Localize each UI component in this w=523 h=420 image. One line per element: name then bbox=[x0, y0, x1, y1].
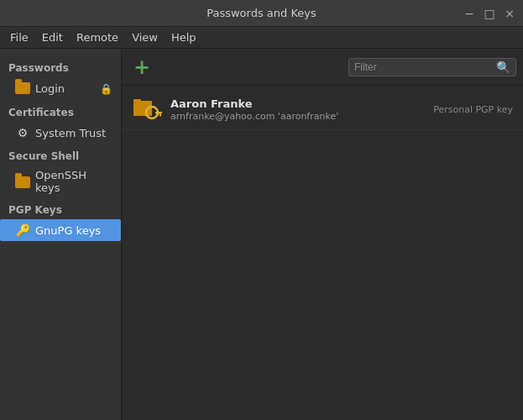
sidebar-item-login[interactable]: Login 🔒 bbox=[0, 77, 121, 100]
key-type: Personal PGP key bbox=[433, 104, 513, 115]
main-layout: Passwords Login 🔒 Certificates ⚙ System … bbox=[0, 49, 523, 420]
lock-icon: 🔒 bbox=[100, 83, 112, 95]
sidebar-section-secure-shell: Secure Shell bbox=[0, 144, 121, 165]
menu-file[interactable]: File bbox=[3, 29, 35, 45]
filter-input[interactable] bbox=[354, 61, 493, 73]
key-list: Aaron Franke arnfranke@yahoo.com 'aaronf… bbox=[122, 86, 523, 420]
sidebar-item-label: System Trust bbox=[35, 127, 106, 139]
pgp-key-icon bbox=[132, 94, 162, 124]
sidebar-item-openssh[interactable]: OpenSSH keys bbox=[0, 165, 121, 197]
sidebar-item-label: Login bbox=[35, 82, 100, 95]
folder-icon bbox=[15, 174, 30, 189]
window-title: Passwords and Keys bbox=[207, 7, 316, 19]
minimize-button[interactable]: − bbox=[463, 7, 476, 20]
folder-icon bbox=[15, 81, 30, 97]
menu-edit[interactable]: Edit bbox=[35, 29, 70, 45]
menu-view[interactable]: View bbox=[125, 29, 165, 45]
restore-button[interactable]: □ bbox=[483, 7, 496, 20]
titlebar: Passwords and Keys − □ × bbox=[0, 0, 523, 27]
sidebar-item-system-trust[interactable]: ⚙ System Trust bbox=[0, 122, 121, 144]
toolbar: + 🔍 bbox=[122, 49, 523, 86]
svg-rect-1 bbox=[133, 99, 141, 102]
key-icon: 🔑 bbox=[15, 223, 30, 238]
menubar: File Edit Remote View Help bbox=[0, 27, 523, 49]
key-info: Aaron Franke arnfranke@yahoo.com 'aaronf… bbox=[170, 97, 425, 122]
key-name: Aaron Franke bbox=[170, 97, 425, 110]
sidebar-section-certificates: Certificates bbox=[0, 100, 121, 122]
filter-bar: 🔍 bbox=[348, 58, 516, 76]
sidebar-section-passwords: Passwords bbox=[0, 55, 121, 77]
sidebar: Passwords Login 🔒 Certificates ⚙ System … bbox=[0, 49, 122, 420]
menu-help[interactable]: Help bbox=[165, 29, 203, 45]
svg-rect-4 bbox=[160, 114, 161, 117]
add-button[interactable]: + bbox=[128, 54, 155, 81]
sidebar-section-pgp-keys: PGP Keys bbox=[0, 197, 121, 219]
key-email: arnfranke@yahoo.com 'aaronfranke' bbox=[170, 111, 425, 122]
sidebar-item-gnupg[interactable]: 🔑 GnuPG keys bbox=[0, 219, 121, 241]
gear-icon: ⚙ bbox=[15, 125, 30, 140]
svg-rect-5 bbox=[157, 114, 159, 116]
sidebar-item-label: GnuPG keys bbox=[35, 224, 101, 237]
titlebar-controls: − □ × bbox=[463, 7, 516, 20]
content-area: + 🔍 bbox=[122, 49, 523, 420]
table-row[interactable]: Aaron Franke arnfranke@yahoo.com 'aaronf… bbox=[122, 89, 523, 130]
svg-rect-3 bbox=[155, 112, 162, 114]
close-button[interactable]: × bbox=[503, 7, 516, 20]
search-icon: 🔍 bbox=[496, 60, 510, 74]
sidebar-item-label: OpenSSH keys bbox=[35, 169, 112, 194]
menu-remote[interactable]: Remote bbox=[70, 29, 125, 45]
